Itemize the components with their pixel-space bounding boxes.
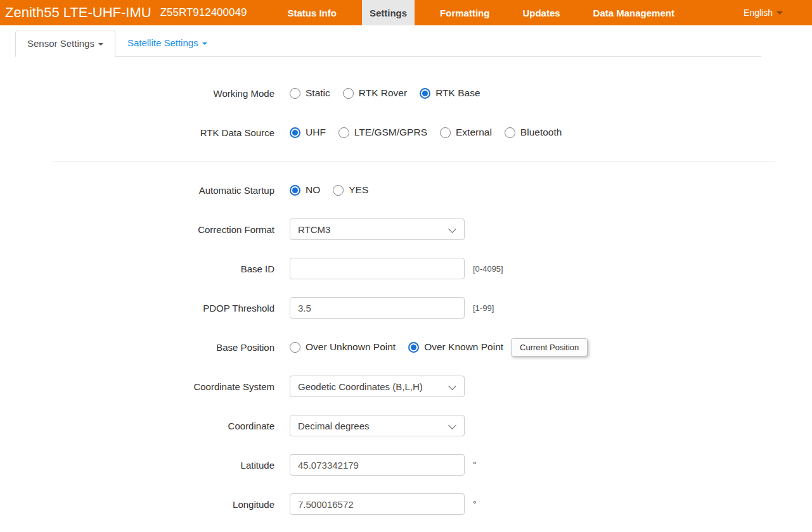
radio-icon (440, 127, 451, 138)
sensor-settings-form: Working Mode Static RTK Rover RTK Base R… (0, 57, 812, 515)
select-value: Decimal degrees (298, 421, 370, 431)
radio-icon (290, 88, 300, 99)
base-id-hint: [0-4095] (473, 264, 503, 274)
header-spacer (691, 0, 744, 25)
base-id-row: Base ID [0-4095] (0, 258, 812, 279)
base-position-row: Base Position Over Unknown Point Over Kn… (0, 336, 812, 358)
radio-bluetooth[interactable]: Bluetooth (505, 127, 562, 138)
coordinate-system-select[interactable]: Geodetic Coordinates (B,L,H) (290, 376, 465, 397)
radio-label: LTE/GSM/GPRS (354, 127, 427, 138)
longitude-degree-unit: ° (473, 499, 477, 509)
chevron-down-icon (448, 225, 456, 233)
chevron-down-icon (448, 382, 456, 390)
tab-sensor-settings-label: Sensor Settings (27, 38, 94, 49)
base-position-options: Over Unknown Point Over Known Point Curr… (290, 338, 588, 357)
latitude-input[interactable] (290, 454, 465, 476)
chevron-down-icon (448, 421, 456, 429)
radio-icon (338, 127, 349, 138)
coordinate-format-select[interactable]: Decimal degrees (290, 415, 465, 436)
longitude-input[interactable] (290, 493, 465, 515)
radio-over-unknown-point[interactable]: Over Unknown Point (290, 341, 396, 353)
nav-data-management[interactable]: Data Management (586, 0, 682, 25)
nav-settings[interactable]: Settings (362, 0, 415, 25)
radio-over-known-point[interactable]: Over Known Point (408, 341, 503, 353)
language-dropdown[interactable]: English (744, 0, 812, 25)
settings-tabbar: Sensor Settings Satellite Settings (15, 29, 761, 57)
radio-label: NO (306, 184, 320, 196)
device-title: Zenith55 LTE-UHF-IMU (5, 4, 151, 21)
radio-checked-icon (408, 342, 419, 353)
nav-formatting[interactable]: Formatting (432, 0, 497, 25)
section-divider (53, 161, 775, 162)
radio-icon (333, 185, 344, 196)
correction-format-select[interactable]: RTCM3 (290, 218, 465, 240)
rtk-data-source-options: UHF LTE/GSM/GPRS External Bluetooth (290, 127, 574, 138)
base-position-label: Base Position (0, 342, 274, 353)
radio-no[interactable]: NO (290, 184, 320, 196)
caret-down-icon (777, 11, 783, 15)
automatic-startup-options: NO YES (290, 184, 381, 196)
language-label: English (744, 8, 773, 18)
radio-label: External (456, 127, 492, 138)
main-nav: Status Info Settings Formatting Updates … (271, 0, 691, 25)
rtk-data-source-label: RTK Data Source (0, 127, 274, 138)
radio-label: UHF (306, 127, 326, 138)
app-header: Zenith55 LTE-UHF-IMU Z55RT912400049 Stat… (0, 0, 812, 25)
coordinate-system-label: Coordinate System (0, 381, 274, 392)
longitude-label: Longitude (0, 499, 274, 510)
longitude-row: Longitude ° (0, 493, 812, 515)
select-value: RTCM3 (298, 224, 330, 235)
current-position-button[interactable]: Current Position (511, 338, 588, 357)
device-serial: Z55RT912400049 (160, 6, 247, 19)
tab-satellite-settings[interactable]: Satellite Settings (115, 29, 219, 56)
pdop-threshold-input[interactable] (290, 297, 465, 319)
tab-sensor-settings[interactable]: Sensor Settings (15, 30, 115, 57)
radio-label: Bluetooth (520, 127, 562, 138)
radio-icon (343, 88, 354, 99)
radio-checked-icon (290, 127, 300, 138)
pdop-threshold-row: PDOP Threshold [1-99] (0, 297, 812, 319)
working-mode-row: Working Mode Static RTK Rover RTK Base (0, 82, 812, 104)
coordinate-system-row: Coordinate System Geodetic Coordinates (… (0, 376, 812, 397)
radio-rtk-base[interactable]: RTK Base (420, 87, 480, 99)
base-id-label: Base ID (0, 263, 274, 274)
correction-format-label: Correction Format (0, 224, 274, 235)
radio-checked-icon (290, 185, 300, 196)
coordinate-label: Coordinate (0, 421, 274, 431)
radio-yes[interactable]: YES (333, 184, 368, 196)
automatic-startup-row: Automatic Startup NO YES (0, 179, 812, 201)
working-mode-label: Working Mode (0, 88, 274, 99)
radio-rtk-rover[interactable]: RTK Rover (343, 87, 407, 99)
base-id-input[interactable] (290, 258, 465, 279)
automatic-startup-label: Automatic Startup (0, 185, 274, 196)
nav-status-info[interactable]: Status Info (280, 0, 344, 25)
radio-label: YES (349, 184, 368, 196)
radio-label: RTK Rover (359, 87, 407, 99)
select-value: Geodetic Coordinates (B,L,H) (298, 381, 423, 392)
chevron-down-icon (202, 42, 207, 45)
coordinate-row: Coordinate Decimal degrees (0, 415, 812, 436)
correction-format-row: Correction Format RTCM3 (0, 218, 812, 240)
rtk-data-source-row: RTK Data Source UHF LTE/GSM/GPRS Externa… (0, 122, 812, 143)
radio-static[interactable]: Static (290, 87, 330, 99)
radio-label: Static (306, 87, 330, 99)
working-mode-options: Static RTK Rover RTK Base (290, 87, 493, 99)
latitude-row: Latitude ° (0, 454, 812, 476)
radio-checked-icon (420, 88, 430, 99)
chevron-down-icon (98, 43, 103, 46)
brand: Zenith55 LTE-UHF-IMU Z55RT912400049 (0, 0, 247, 25)
radio-label: Over Unknown Point (306, 341, 396, 353)
radio-uhf[interactable]: UHF (290, 127, 326, 138)
pdop-threshold-hint: [1-99] (473, 303, 494, 313)
latitude-degree-unit: ° (473, 460, 477, 470)
latitude-label: Latitude (0, 460, 274, 471)
tab-satellite-settings-label: Satellite Settings (127, 37, 198, 48)
radio-lte-gsm-gprs[interactable]: LTE/GSM/GPRS (338, 127, 427, 138)
radio-icon (290, 342, 300, 353)
radio-external[interactable]: External (440, 127, 492, 138)
radio-label: RTK Base (435, 87, 480, 99)
radio-label: Over Known Point (424, 341, 503, 353)
radio-icon (505, 127, 515, 138)
pdop-threshold-label: PDOP Threshold (0, 303, 274, 314)
nav-updates[interactable]: Updates (515, 0, 567, 25)
